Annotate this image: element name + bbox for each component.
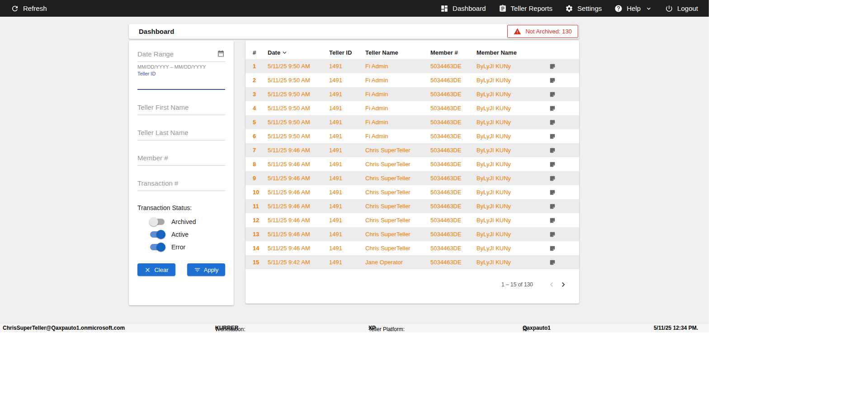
teller-id-input[interactable] <box>137 76 225 90</box>
active-switch[interactable] <box>149 230 165 239</box>
member-number-input[interactable] <box>137 151 225 166</box>
row-member-name: ByLyJI KUNy <box>476 129 542 143</box>
date-range-input[interactable] <box>137 47 225 62</box>
note-icon[interactable] <box>549 245 556 252</box>
row-number: 6 <box>245 129 268 143</box>
archived-switch[interactable] <box>149 217 165 226</box>
row-note-cell[interactable] <box>542 101 579 115</box>
teller-id-label: Teller ID <box>137 71 225 76</box>
row-note-cell[interactable] <box>542 143 579 157</box>
row-note-cell[interactable] <box>542 115 579 129</box>
col-teller-name: Teller Name <box>365 47 430 59</box>
transaction-row[interactable]: 12 5/11/25 9:46 AM 1491 Chris SuperTelle… <box>245 213 579 227</box>
note-icon[interactable] <box>549 189 556 196</box>
row-note-cell[interactable] <box>542 199 579 213</box>
transaction-row[interactable]: 4 5/11/25 9:50 AM 1491 Fi Admin 5034463D… <box>245 101 579 115</box>
current-datetime: 5/11/25 12:34 PM. <box>654 325 698 331</box>
note-icon[interactable] <box>549 105 556 112</box>
row-note-cell[interactable] <box>542 185 579 199</box>
transaction-row[interactable]: 9 5/11/25 9:46 AM 1491 Chris SuperTeller… <box>245 171 579 185</box>
note-icon[interactable] <box>549 119 556 126</box>
note-icon[interactable] <box>549 217 556 224</box>
row-note-cell[interactable] <box>542 73 579 87</box>
close-icon <box>144 267 151 273</box>
row-number: 15 <box>245 255 268 269</box>
previous-page-button[interactable] <box>546 279 557 290</box>
status-bar: ChrisSuperTeller@Qaxpauto1.onmicrosoft.c… <box>0 323 709 332</box>
transaction-number-input[interactable] <box>137 176 225 191</box>
row-member-name: ByLyJI KUNy <box>476 199 542 213</box>
note-icon[interactable] <box>549 147 556 154</box>
transaction-row[interactable]: 7 5/11/25 9:46 AM 1491 Chris SuperTeller… <box>245 143 579 157</box>
note-icon[interactable] <box>549 77 556 84</box>
refresh-button[interactable]: Refresh <box>11 5 47 13</box>
app-window: Refresh Dashboard Teller Reports Setting… <box>0 0 709 332</box>
col-date[interactable]: Date <box>268 47 329 59</box>
fi-label: FI: <box>523 326 529 332</box>
note-icon[interactable] <box>549 91 556 98</box>
clear-button-label: Clear <box>154 267 168 273</box>
help-icon <box>614 5 623 13</box>
toggle-error[interactable]: Error <box>149 243 225 252</box>
note-icon[interactable] <box>549 175 556 182</box>
transaction-row[interactable]: 15 5/11/25 9:42 AM 1491 Jane Operator 50… <box>245 255 579 269</box>
row-note-cell[interactable] <box>542 171 579 185</box>
sort-desc-icon <box>281 49 288 56</box>
transaction-row[interactable]: 1 5/11/25 9:50 AM 1491 Fi Admin 5034463D… <box>245 59 579 73</box>
topbar-nav: Dashboard Teller Reports Settings Help L… <box>440 5 698 13</box>
transaction-row[interactable]: 6 5/11/25 9:50 AM 1491 Fi Admin 5034463D… <box>245 129 579 143</box>
row-number: 7 <box>245 143 268 157</box>
nav-dashboard[interactable]: Dashboard <box>440 5 486 13</box>
row-note-cell[interactable] <box>542 87 579 101</box>
note-icon[interactable] <box>549 231 556 238</box>
transaction-row[interactable]: 10 5/11/25 9:46 AM 1491 Chris SuperTelle… <box>245 185 579 199</box>
note-icon[interactable] <box>549 133 556 140</box>
row-teller-id: 1491 <box>329 213 365 227</box>
row-member-name: ByLyJI KUNy <box>476 143 542 157</box>
transaction-row[interactable]: 11 5/11/25 9:46 AM 1491 Chris SuperTelle… <box>245 199 579 213</box>
nav-logout[interactable]: Logout <box>665 5 698 13</box>
transaction-row[interactable]: 13 5/11/25 9:46 AM 1491 Chris SuperTelle… <box>245 227 579 241</box>
row-date: 5/11/25 9:50 AM <box>268 73 329 87</box>
not-archived-badge[interactable]: Not Archived: 130 <box>507 25 578 38</box>
workstation-status: Workstation: KURRER <box>215 325 238 331</box>
row-date: 5/11/25 9:46 AM <box>268 241 329 255</box>
apply-button[interactable]: Apply <box>187 263 225 276</box>
row-note-cell[interactable] <box>542 227 579 241</box>
row-note-cell[interactable] <box>542 255 579 269</box>
toggle-active[interactable]: Active <box>149 230 225 239</box>
row-note-cell[interactable] <box>542 59 579 73</box>
teller-last-name-input[interactable] <box>137 126 225 140</box>
nav-teller-reports[interactable]: Teller Reports <box>499 5 553 13</box>
teller-id-field: Teller ID <box>137 71 225 90</box>
transaction-row[interactable]: 8 5/11/25 9:46 AM 1491 Chris SuperTeller… <box>245 157 579 171</box>
error-switch[interactable] <box>149 243 165 252</box>
date-range-picker-button[interactable] <box>216 50 225 59</box>
row-teller-name: Chris SuperTeller <box>365 143 430 157</box>
nav-settings[interactable]: Settings <box>565 5 602 13</box>
row-teller-id: 1491 <box>329 101 365 115</box>
note-icon[interactable] <box>549 203 556 210</box>
row-member-number: 5034463DE <box>430 213 476 227</box>
clear-button[interactable]: Clear <box>137 263 175 276</box>
status-toggles: Archived Active Error <box>137 217 225 252</box>
transaction-row[interactable]: 3 5/11/25 9:50 AM 1491 Fi Admin 5034463D… <box>245 87 579 101</box>
toggle-archived[interactable]: Archived <box>149 217 225 226</box>
row-note-cell[interactable] <box>542 241 579 255</box>
row-note-cell[interactable] <box>542 157 579 171</box>
row-date: 5/11/25 9:50 AM <box>268 129 329 143</box>
note-icon[interactable] <box>549 63 556 70</box>
note-icon[interactable] <box>549 161 556 168</box>
transaction-row[interactable]: 14 5/11/25 9:46 AM 1491 Chris SuperTelle… <box>245 241 579 255</box>
note-icon[interactable] <box>549 259 556 266</box>
teller-first-name-input[interactable] <box>137 100 225 115</box>
row-note-cell[interactable] <box>542 129 579 143</box>
transactions-table: # Date Teller ID Teller Name Member # Me… <box>245 47 579 269</box>
row-member-number: 5034463DE <box>430 241 476 255</box>
row-member-number: 5034463DE <box>430 143 476 157</box>
next-page-button[interactable] <box>557 279 569 290</box>
transaction-row[interactable]: 5 5/11/25 9:50 AM 1491 Fi Admin 5034463D… <box>245 115 579 129</box>
row-note-cell[interactable] <box>542 213 579 227</box>
nav-help[interactable]: Help <box>614 5 652 13</box>
transaction-row[interactable]: 2 5/11/25 9:50 AM 1491 Fi Admin 5034463D… <box>245 73 579 87</box>
